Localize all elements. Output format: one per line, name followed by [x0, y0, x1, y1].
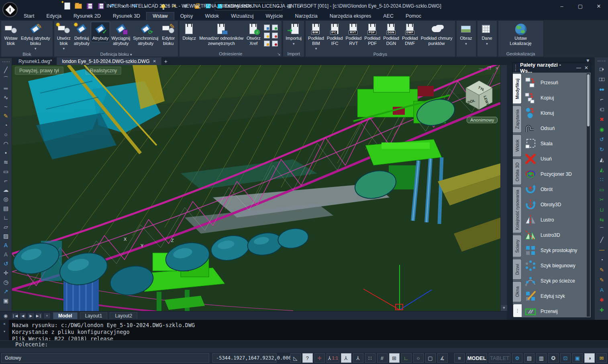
- menu-tab[interactable]: Wyjście: [260, 12, 289, 20]
- modify-tool-button[interactable]: ▫□: [596, 104, 607, 114]
- command-panel[interactable]: ✕ ▾ Nazwa rysunku: c:/DWG/london Eye_5-1…: [0, 320, 608, 348]
- block-editor-button[interactable]: ✎Edytor bloku: [160, 22, 177, 47]
- menu-tab[interactable]: Narzędzia: [289, 12, 324, 20]
- status-toggle[interactable]: ◺: [290, 353, 301, 363]
- modify-tool-button[interactable]: ✎: [596, 265, 607, 275]
- command-close-icon[interactable]: ✕: [3, 321, 6, 326]
- draw-tool-button[interactable]: ╱: [1, 65, 11, 74]
- restore-button[interactable]: ▢: [571, 0, 590, 12]
- menu-tab[interactable]: Wizualizuj: [225, 12, 259, 20]
- status-tool-button[interactable]: ✪: [548, 353, 559, 363]
- status-tool-button[interactable]: ⚙: [512, 353, 522, 363]
- draw-tool-button[interactable]: ⌒: [1, 74, 11, 83]
- underlay-pointcloud-button[interactable]: Podkład chmury punktów: [420, 22, 454, 47]
- palette-tab[interactable]: Ściany: [513, 235, 522, 257]
- palette-overflow-tab[interactable]: ⋮: [513, 304, 522, 317]
- underlay-rvt-button[interactable]: RVTPodkład RVT: [345, 22, 363, 47]
- data-button[interactable]: Dane: [479, 22, 496, 47]
- save-as-button[interactable]: ✎: [96, 2, 105, 10]
- draw-tool-button[interactable]: ▨: [1, 231, 11, 240]
- prev-layout-button[interactable]: ◀: [19, 313, 27, 319]
- menu-tab[interactable]: Widok: [199, 12, 225, 20]
- palette-item-lustro[interactable]: Lustro: [524, 212, 587, 228]
- import-button[interactable]: ➜Importuj: [284, 22, 303, 47]
- draw-tool-button[interactable]: ◎: [1, 194, 11, 203]
- draw-tool-button[interactable]: ◷: [1, 277, 11, 287]
- open-file-button[interactable]: [74, 2, 83, 10]
- draw-tool-button[interactable]: ◠: [1, 139, 11, 148]
- palette-item-kopiuj[interactable]: Kopiuj: [524, 90, 587, 106]
- edit-block-attributes-button[interactable]: ✎Edytuj atrybuty bloku: [20, 22, 51, 52]
- undo-dropdown[interactable]: [119, 2, 128, 10]
- status-toggle[interactable]: ∡: [437, 353, 448, 363]
- redo-dropdown[interactable]: [141, 2, 150, 10]
- status-toggle[interactable]: #: [377, 353, 388, 363]
- modify-tool-button[interactable]: ✎: [596, 275, 607, 285]
- palette-tab[interactable]: Drzwi: [513, 259, 522, 280]
- layer-combobox[interactable]: Kabiny-szkło: [215, 2, 282, 10]
- palette-item-edytuj-szyk[interactable]: Edytuj szyk: [524, 289, 587, 304]
- command-expand-icon[interactable]: ▾: [3, 329, 6, 333]
- modify-tool-button[interactable]: ⊔: [596, 205, 607, 215]
- underlay-dgn-button[interactable]: DGNPodkład DGN: [382, 22, 400, 47]
- app-logo[interactable]: I: [2, 2, 18, 17]
- attach-xref-button[interactable]: Dołącz: [181, 22, 198, 42]
- new-tab-button[interactable]: +: [161, 57, 170, 65]
- model-space-toggle[interactable]: MODEL: [466, 353, 487, 363]
- layer-color-button[interactable]: [204, 2, 212, 10]
- draw-tool-button[interactable]: ≋: [1, 157, 11, 167]
- sync-attributes-button[interactable]: ⟳Synchronizuj atrybuty: [132, 22, 159, 47]
- draw-tool-button[interactable]: ✎: [1, 111, 11, 120]
- palette-tab[interactable]: Kolejność rysowania: [513, 187, 522, 233]
- palette-item-przerwij[interactable]: Przerwij: [524, 304, 587, 317]
- draw-tool-button[interactable]: ◔: [1, 120, 11, 130]
- draw-tool-button[interactable]: ↺: [1, 259, 11, 268]
- view-name-button[interactable]: Powyżej, prawy tył: [15, 67, 63, 75]
- palette-item-obrot[interactable]: Obrót: [524, 182, 587, 197]
- layer-freeze-button[interactable]: ❄: [181, 2, 190, 10]
- viewport-restore-icon[interactable]: ❐: [487, 66, 491, 71]
- draw-tool-button[interactable]: •: [1, 148, 11, 157]
- xref-highlight-button[interactable]: [264, 33, 270, 39]
- scroll-down-icon[interactable]: ▼: [501, 305, 507, 311]
- draw-tool-button[interactable]: ✛: [1, 268, 11, 277]
- modify-tool-button[interactable]: ∷: [596, 175, 607, 185]
- menu-tab[interactable]: Rysunek 3D: [107, 12, 146, 20]
- palette-header[interactable]: Palety narzędzi - Ws... — ✕: [513, 63, 591, 73]
- status-tool-button[interactable]: ▥: [536, 353, 547, 363]
- visual-style-button[interactable]: Realistyczny: [86, 67, 121, 75]
- layer-on-off-button[interactable]: [159, 2, 167, 10]
- modify-tool-button[interactable]: ◭: [596, 165, 607, 175]
- status-toggle[interactable]: ∟: [401, 353, 412, 363]
- modify-tool-button[interactable]: ↻: [596, 144, 607, 155]
- draw-tool-button[interactable]: ▭: [1, 167, 11, 176]
- palette-tab[interactable]: Modyfikuj: [513, 73, 522, 104]
- document-tab[interactable]: Rysunek1.dwg*: [14, 57, 57, 65]
- scrollbar-thumb[interactable]: [587, 74, 590, 126]
- palette-item-odsun[interactable]: Odsuń: [524, 121, 587, 136]
- xref-clip-button[interactable]: [264, 24, 270, 31]
- document-tab-active[interactable]: london Eye_5-10-2024.DWG-szklo.DWG✕: [57, 57, 161, 65]
- status-tool-button[interactable]: ◑: [584, 353, 595, 363]
- draw-tool-button[interactable]: ☁: [1, 185, 11, 194]
- layer-states-button[interactable]: ≣: [285, 2, 294, 10]
- set-location-button[interactable]: Ustaw Lokalizację: [508, 22, 533, 47]
- menu-tab[interactable]: Opisy: [174, 12, 199, 20]
- xref-add-button[interactable]: [272, 24, 278, 31]
- draw-tool-button[interactable]: ○: [1, 130, 11, 139]
- xref-edit-button[interactable]: [264, 41, 270, 47]
- palette-item-klonuj[interactable]: Klonuj: [524, 106, 587, 121]
- draw-tool-button[interactable]: ↗: [1, 287, 11, 296]
- modify-tool-button[interactable]: ⌒: [596, 225, 607, 235]
- modify-tool-button[interactable]: ●●: [596, 84, 607, 94]
- palette-item-lustro3d[interactable]: Lustro3D: [524, 228, 587, 243]
- group-expander-icon[interactable]: ↘: [277, 52, 280, 56]
- palette-tab[interactable]: Orbita 3D: [513, 159, 522, 185]
- palette-item-skala[interactable]: Skala: [524, 136, 587, 151]
- save-button[interactable]: [85, 2, 94, 10]
- modify-tool-button[interactable]: ⇆: [596, 215, 607, 225]
- viewport-close-icon[interactable]: ✕: [495, 66, 499, 71]
- menu-tab[interactable]: Narzędzia ekspres: [324, 12, 377, 20]
- modify-tool-button[interactable]: ✚: [596, 305, 607, 315]
- modify-tool-button[interactable]: ✖: [596, 114, 607, 124]
